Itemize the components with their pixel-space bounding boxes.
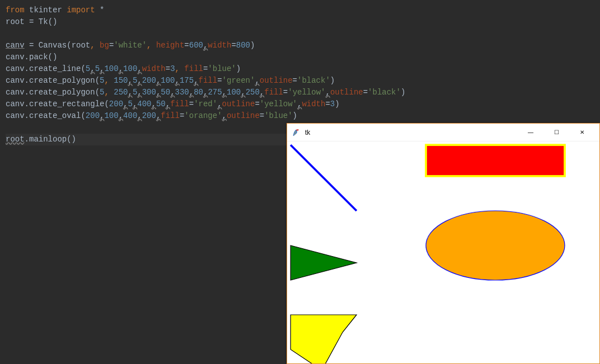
- code-line[interactable]: from tkinter import *: [6, 4, 594, 16]
- canvas-rectangle: [426, 145, 565, 176]
- maximize-button[interactable]: ☐: [543, 124, 569, 141]
- code-line[interactable]: canv.create_oval(200,100,400,200,fill='o…: [6, 110, 594, 122]
- close-button[interactable]: ✕: [569, 124, 595, 141]
- code-line[interactable]: canv.create_rectangle(200,5,400,50,fill=…: [6, 98, 594, 110]
- window-title: tk: [305, 129, 518, 136]
- tk-output-window: tk — ☐ ✕: [287, 123, 600, 364]
- code-line[interactable]: root = Tk(): [6, 16, 594, 28]
- canvas-polygon: [290, 315, 357, 363]
- titlebar[interactable]: tk — ☐ ✕: [287, 124, 599, 141]
- code-line[interactable]: [6, 28, 594, 40]
- code-line[interactable]: canv.create_line(5,5,100,100,width=3, fi…: [6, 63, 594, 75]
- minimize-button[interactable]: —: [518, 124, 543, 141]
- canvas-line: [290, 145, 357, 211]
- code-line[interactable]: canv.pack(): [6, 51, 594, 63]
- tk-canvas: [287, 141, 599, 363]
- code-line[interactable]: canv.create_polygon(5, 250,5,300,50,330,…: [6, 87, 594, 98]
- tk-feather-icon: [292, 128, 301, 137]
- canvas-oval: [426, 211, 565, 280]
- code-line[interactable]: canv.create_polygon(5, 150,5,200,100,175…: [6, 75, 594, 87]
- code-line[interactable]: canv = Canvas(root, bg='white', height=6…: [6, 40, 594, 51]
- canvas-triangle: [290, 245, 357, 280]
